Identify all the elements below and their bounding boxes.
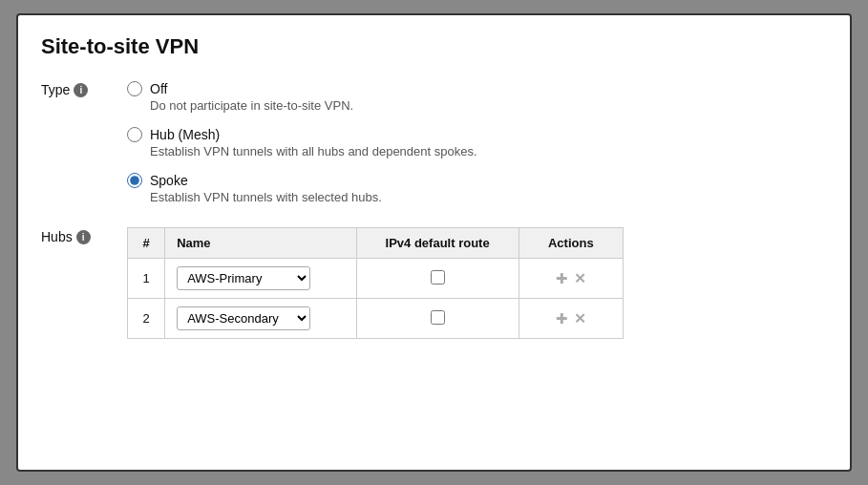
move-icon[interactable]: ✚	[556, 311, 568, 326]
col-header-ipv4: IPv4 default route	[356, 228, 519, 259]
type-label: Type i	[41, 80, 127, 97]
col-header-actions: Actions	[519, 228, 623, 259]
table-row: 1AWS-PrimaryAWS-SecondaryAWS-Tertiary✚✕	[128, 259, 624, 299]
hubs-info-icon[interactable]: i	[76, 230, 91, 244]
hub-name-select[interactable]: AWS-PrimaryAWS-SecondaryAWS-Tertiary	[177, 306, 310, 330]
radio-group: Off Do not participate in site-to-site V…	[127, 80, 477, 204]
radio-hub-desc: Establish VPN tunnels with all hubs and …	[150, 144, 477, 158]
row-name-cell: AWS-PrimaryAWS-SecondaryAWS-Tertiary	[165, 259, 356, 299]
radio-hub-label: Hub (Mesh)	[150, 127, 220, 142]
row-ipv4-cell	[356, 299, 519, 339]
radio-spoke-desc: Establish VPN tunnels with selected hubs…	[150, 190, 477, 204]
table-row: 2AWS-PrimaryAWS-SecondaryAWS-Tertiary✚✕	[128, 299, 624, 339]
radio-spoke[interactable]	[127, 173, 142, 188]
row-actions-cell: ✚✕	[519, 259, 623, 299]
radio-hub[interactable]	[127, 127, 142, 142]
radio-option-spoke: Spoke Establish VPN tunnels with selecte…	[127, 172, 477, 204]
col-header-num: #	[128, 228, 165, 259]
ipv4-checkbox[interactable]	[431, 310, 445, 325]
type-info-icon[interactable]: i	[74, 83, 88, 97]
table-header-row: # Name IPv4 default route Actions	[128, 228, 624, 259]
radio-off-desc: Do not participate in site-to-site VPN.	[150, 98, 477, 113]
type-row: Type i Off Do not participate in site-to…	[41, 80, 827, 204]
col-header-name: Name	[165, 228, 356, 259]
hubs-label: Hubs i	[41, 227, 127, 244]
delete-icon[interactable]: ✕	[574, 271, 586, 285]
action-icons-group: ✚✕	[531, 271, 611, 285]
row-num: 1	[128, 259, 165, 299]
delete-icon[interactable]: ✕	[574, 311, 586, 326]
action-icons-group: ✚✕	[531, 311, 611, 326]
radio-off-label: Off	[150, 81, 167, 96]
row-ipv4-cell	[356, 259, 519, 299]
site-to-site-vpn-panel: Site-to-site VPN Type i Off Do not parti…	[16, 13, 852, 472]
hubs-row: Hubs i # Name IPv4 default route Actions…	[41, 227, 827, 339]
hubs-table: # Name IPv4 default route Actions 1AWS-P…	[127, 227, 624, 339]
hubs-table-wrapper: # Name IPv4 default route Actions 1AWS-P…	[127, 227, 827, 339]
radio-off[interactable]	[127, 81, 142, 96]
hub-name-select[interactable]: AWS-PrimaryAWS-SecondaryAWS-Tertiary	[177, 266, 310, 290]
radio-option-hub: Hub (Mesh) Establish VPN tunnels with al…	[127, 126, 477, 158]
row-actions-cell: ✚✕	[519, 299, 623, 339]
row-name-cell: AWS-PrimaryAWS-SecondaryAWS-Tertiary	[165, 299, 356, 339]
move-icon[interactable]: ✚	[556, 271, 568, 285]
page-title: Site-to-site VPN	[41, 34, 827, 59]
radio-option-off: Off Do not participate in site-to-site V…	[127, 80, 477, 113]
row-num: 2	[128, 299, 165, 339]
ipv4-checkbox[interactable]	[431, 270, 445, 285]
radio-spoke-label: Spoke	[150, 173, 188, 188]
